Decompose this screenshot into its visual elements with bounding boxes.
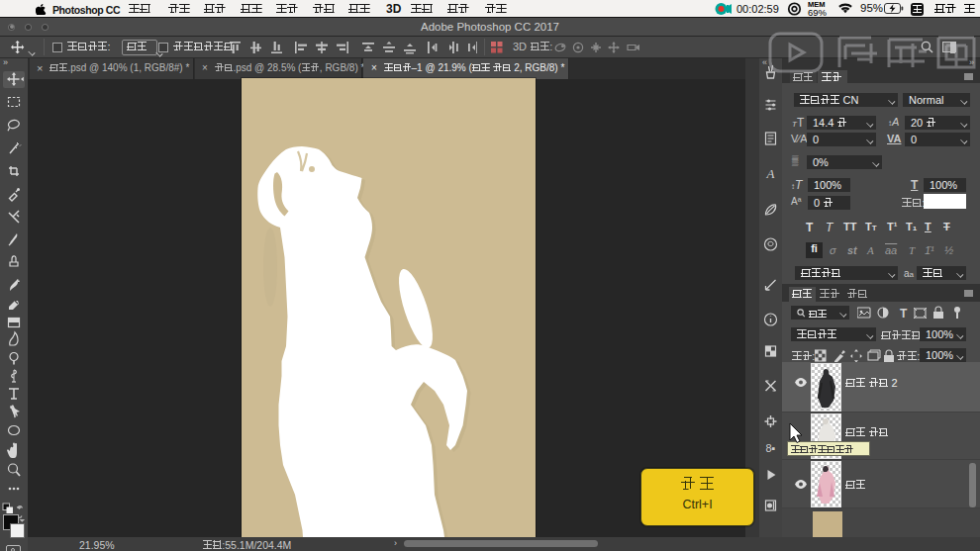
svg-text:8▪: 8▪ <box>765 442 775 454</box>
svg-text:A: A <box>766 166 775 181</box>
svg-text:T: T <box>900 307 908 321</box>
